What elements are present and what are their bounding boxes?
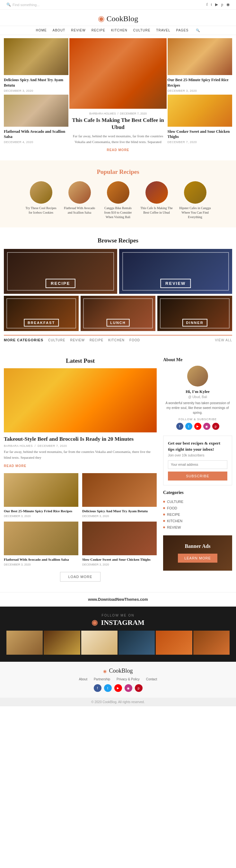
social-top-icons: f t ▶ p ◉ xyxy=(206,2,230,7)
post-card-4-img xyxy=(82,522,157,555)
twitter-top-icon[interactable]: t xyxy=(211,2,212,7)
youtube-icon[interactable]: ▶ xyxy=(194,423,201,430)
cat-item-culture[interactable]: CULTURE xyxy=(163,498,232,505)
browse-review-card[interactable]: REVIEW xyxy=(119,249,233,294)
hero-article4[interactable]: Slow Cooker Sweet and Sour Chicken Thigh… xyxy=(168,128,232,145)
popular-img-2 xyxy=(68,181,91,204)
cat-link-culture[interactable]: CULTURE xyxy=(48,338,65,342)
post-card-3-title: Flatbread With Avocado and Scallion Sals… xyxy=(4,557,78,562)
hero-center-read-more[interactable]: READ MORE xyxy=(107,148,129,152)
email-field[interactable] xyxy=(168,460,227,469)
pinterest-top-icon[interactable]: p xyxy=(221,2,223,7)
popular-label-4: This Cafe Is Making The Best Coffee in U… xyxy=(140,206,173,215)
latest-section: Latest Post Takeout-Style Beef and Brocc… xyxy=(4,357,157,587)
load-more-button[interactable]: LOAD MORE xyxy=(60,572,100,582)
instagram-item-6[interactable] xyxy=(193,631,230,655)
subscribe-subtitle: Join over 10k subscribers xyxy=(168,454,227,457)
twitter-icon[interactable]: t xyxy=(185,423,192,430)
facebook-top-icon[interactable]: f xyxy=(206,2,208,7)
social-icons-row: f t ▶ ◉ p xyxy=(163,423,232,430)
post-card-1[interactable]: Our Best 25-Minute Spicy Fried Rice Reci… xyxy=(4,473,78,518)
popular-item-5[interactable]: Hipster Cafes in Canggu Where You Can Fi… xyxy=(178,181,212,219)
nav-recipe[interactable]: RECIPE xyxy=(91,29,105,32)
post-card-4[interactable]: Slow Cooker Sweet and Sour Chicken Thigh… xyxy=(82,522,157,566)
subscribe-title: Get our best recipes & expert tips right… xyxy=(168,440,227,452)
logo[interactable]: ◉ CookBlog xyxy=(6,14,230,23)
cat-dot xyxy=(163,514,165,516)
hero-article3[interactable]: Our Best 25-Minute Spicy Fried Rice Reci… xyxy=(168,76,232,94)
browse-dinner-card[interactable]: DINNER xyxy=(157,296,232,331)
cat-label-recipe: RECIPE xyxy=(167,513,180,517)
featured-post-title[interactable]: Takeout-Style Beef and Broccoli Is Ready… xyxy=(4,436,157,443)
popular-item-1[interactable]: Try These Cool Recipes for Icebox Cookie… xyxy=(24,181,58,219)
instagram-item-1[interactable] xyxy=(6,631,43,655)
browse-breakfast-card[interactable]: BREAKFAST xyxy=(4,296,79,331)
nav-kitchen[interactable]: KITCHEN xyxy=(111,29,127,32)
pinterest-icon[interactable]: p xyxy=(212,423,219,430)
post-card-2[interactable]: Delicious Spicy And Must Try Ayam Betutu… xyxy=(82,473,157,518)
browse-lunch-card[interactable]: LUNCH xyxy=(81,296,155,331)
footer-nav-contact[interactable]: Contact xyxy=(146,678,157,681)
cat-dot xyxy=(163,507,165,509)
popular-item-2[interactable]: Flatbread With Avocado and Scallion Sals… xyxy=(63,181,96,219)
hero-article1[interactable]: Delicious Spicy And Must Try Ayam Betutu… xyxy=(4,76,68,94)
youtube-top-icon[interactable]: ▶ xyxy=(215,2,218,7)
cat-link-kitchen[interactable]: KITCHEN xyxy=(108,338,125,342)
instagram-item-4[interactable] xyxy=(118,631,155,655)
hero-article2-title: Flatbread With Avocado and Scallion Sals… xyxy=(4,129,68,140)
cat-item-recipe[interactable]: RECIPE xyxy=(163,511,232,518)
cat-item-food[interactable]: FOOD xyxy=(163,505,232,511)
instagram-item-5[interactable] xyxy=(156,631,192,655)
hero-right-img2 xyxy=(168,95,232,127)
post-card-4-date: DECEMBER 3, 2020 xyxy=(82,563,157,566)
instagram-top-icon[interactable]: ◉ xyxy=(226,2,230,7)
nav-pages[interactable]: PAGES xyxy=(176,29,188,32)
browse-lunch-label: LUNCH xyxy=(106,319,130,327)
subscribe-button[interactable]: SUBSCRIBE xyxy=(168,471,227,480)
instagram-icon[interactable]: ◉ xyxy=(203,423,210,430)
browse-breakfast-label: BREAKFAST xyxy=(24,319,59,327)
cat-dot xyxy=(163,520,165,522)
instagram-item-3[interactable] xyxy=(81,631,118,655)
cat-link-recipe[interactable]: RECIPE xyxy=(90,338,104,342)
hero-center-content[interactable]: BARBARA HOLMES / DECEMBER 7, 2020 This C… xyxy=(69,109,166,156)
cat-link-review[interactable]: REVIEW xyxy=(70,338,84,342)
popular-item-3[interactable]: Canggu Bike Rentals from $10 to Consider… xyxy=(101,181,135,219)
cat-link-food[interactable]: FOOD xyxy=(129,338,140,342)
search-bar[interactable]: 🔍 Find something... xyxy=(6,3,39,7)
popular-grid: Try These Cool Recipes for Icebox Cookie… xyxy=(6,181,230,219)
download-link[interactable]: www.DownloadNewThemes.com xyxy=(88,597,148,602)
featured-post-author: BARBARA HOLMES xyxy=(4,444,33,447)
sidebar-bio: A wonderful serenity has taken possessio… xyxy=(163,401,232,415)
footer-youtube-icon[interactable]: ▶ xyxy=(114,684,122,692)
nav-about[interactable]: ABOUT xyxy=(53,29,65,32)
instagram-grid xyxy=(6,631,230,655)
footer-nav-privacy[interactable]: Privacy & Policy xyxy=(117,678,140,681)
nav-review[interactable]: REVIEW xyxy=(71,29,85,32)
nav-travel[interactable]: TRAVEL xyxy=(156,29,170,32)
cat-item-review[interactable]: REVIEW xyxy=(163,524,232,531)
cat-label-culture: CULTURE xyxy=(167,500,183,504)
post-card-3[interactable]: Flatbread With Avocado and Scallion Sals… xyxy=(4,522,78,566)
sidebar-location: @ Ubud, Bali xyxy=(163,395,232,399)
nav-search-icon[interactable]: 🔍 xyxy=(196,29,200,32)
instagram-item-2[interactable] xyxy=(44,631,80,655)
banner-learn-more-button[interactable]: LEARN MORE xyxy=(178,554,217,563)
cat-item-kitchen[interactable]: KITCHEN xyxy=(163,518,232,524)
facebook-icon[interactable]: f xyxy=(176,423,183,430)
footer-nav-about[interactable]: About xyxy=(79,678,87,681)
footer-instagram-icon[interactable]: ◉ xyxy=(125,684,132,692)
featured-post-read-more[interactable]: READ MORE xyxy=(4,464,26,468)
nav-home[interactable]: HOME xyxy=(36,29,47,32)
popular-item-4[interactable]: This Cafe Is Making The Best Coffee in U… xyxy=(140,181,173,219)
view-all-link[interactable]: VIEW ALL xyxy=(215,338,232,342)
footer: ◉ CookBlog About Partnership Privacy & P… xyxy=(0,662,236,698)
footer-pinterest-icon[interactable]: p xyxy=(135,684,143,692)
footer-facebook-icon[interactable]: f xyxy=(94,684,101,692)
footer-twitter-icon[interactable]: t xyxy=(104,684,112,692)
browse-recipe-card[interactable]: RECIPE xyxy=(4,249,117,294)
nav-culture[interactable]: CULTURE xyxy=(133,29,150,32)
footer-nav-partnership[interactable]: Partnership xyxy=(94,678,110,681)
hero-article2[interactable]: Flatbread With Avocado and Scallion Sals… xyxy=(4,128,68,145)
footer-bottom: © 2020 CookBlog. All rights reserved. xyxy=(0,698,236,706)
